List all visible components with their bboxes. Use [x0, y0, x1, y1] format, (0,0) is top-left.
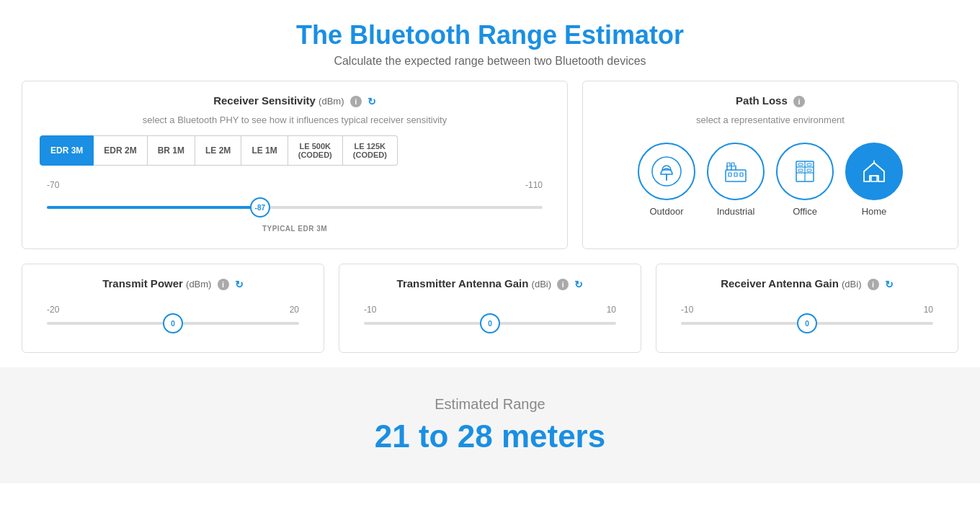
receiver-sensitivity-slider-thumb[interactable]: -87 [250, 197, 270, 217]
transmit-power-slider-thumb[interactable]: 0 [163, 313, 183, 333]
receiver-sensitivity-slider-wrapper[interactable]: -87 [47, 193, 543, 222]
env-industrial[interactable]: Industrial [707, 143, 765, 217]
main-content: Receiver Sensitivity (dBm) i ↻ select a … [0, 81, 980, 353]
receiver-sensitivity-slider-labels: -70 -110 [47, 180, 543, 190]
transmit-power-refresh-icon[interactable]: ↻ [235, 279, 244, 290]
svg-rect-5 [740, 173, 743, 176]
page-header: The Bluetooth Range Estimator Calculate … [0, 0, 980, 81]
env-office-circle[interactable] [776, 143, 834, 200]
phy-btn-br1m[interactable]: BR 1M [148, 135, 195, 166]
transmit-power-panel: Transmit Power (dBm) i ↻ -20 20 0 [22, 264, 324, 353]
tree-icon [651, 156, 682, 187]
page-subtitle: Calculate the expected range between two… [0, 55, 980, 68]
env-home[interactable]: Home [845, 143, 903, 217]
rx-antenna-gain-slider-area: -10 10 0 [674, 297, 940, 336]
receiver-sensitivity-panel: Receiver Sensitivity (dBm) i ↻ select a … [22, 81, 568, 249]
estimated-range-section: Estimated Range 21 to 28 meters [0, 367, 980, 483]
transmit-power-info-icon[interactable]: i [218, 279, 229, 290]
path-loss-panel: Path Loss i select a representative envi… [582, 81, 958, 249]
rx-antenna-gain-panel: Receiver Antenna Gain (dBi) i ↻ -10 10 0 [656, 264, 958, 353]
rx-antenna-gain-info-icon[interactable]: i [868, 279, 879, 290]
estimated-range-value: 21 to 28 meters [0, 418, 980, 454]
home-icon [858, 156, 890, 187]
transmit-power-title: Transmit Power (dBm) i ↻ [40, 277, 306, 290]
svg-rect-6 [727, 163, 730, 166]
phy-btn-le1m[interactable]: LE 1M [241, 135, 288, 166]
transmit-power-slider-track[interactable]: 0 [47, 322, 299, 325]
env-industrial-circle[interactable] [707, 143, 765, 200]
env-home-circle[interactable] [845, 143, 903, 200]
svg-rect-3 [729, 173, 731, 176]
receiver-sensitivity-refresh-icon[interactable]: ↻ [368, 96, 376, 107]
phy-btn-edr3m[interactable]: EDR 3M [40, 135, 94, 166]
factory-icon [720, 156, 752, 187]
svg-rect-15 [807, 169, 811, 171]
phy-btn-le2m[interactable]: LE 2M [195, 135, 241, 166]
svg-rect-12 [798, 163, 803, 166]
phy-btn-edr2m[interactable]: EDR 2M [94, 135, 147, 166]
receiver-sensitivity-slider-container: -70 -110 -87 TYPICAL EDR 3M [40, 180, 550, 233]
svg-rect-13 [807, 163, 811, 166]
svg-rect-4 [734, 173, 737, 176]
svg-rect-16 [871, 176, 877, 181]
rx-antenna-gain-refresh-icon[interactable]: ↻ [885, 279, 894, 290]
top-row: Receiver Sensitivity (dBm) i ↻ select a … [22, 81, 958, 249]
path-loss-subtitle: select a representative environment [600, 115, 940, 125]
env-office[interactable]: Office [776, 143, 834, 217]
tx-antenna-gain-slider-track[interactable]: 0 [364, 322, 616, 325]
tx-antenna-gain-title: Transmitter Antenna Gain (dBi) i ↻ [357, 277, 623, 290]
rx-antenna-gain-title: Receiver Antenna Gain (dBi) i ↻ [674, 277, 940, 290]
env-industrial-label: Industrial [717, 206, 755, 217]
tx-antenna-gain-panel: Transmitter Antenna Gain (dBi) i ↻ -10 1… [339, 264, 641, 353]
rx-antenna-gain-slider-track[interactable]: 0 [681, 322, 933, 325]
tx-antenna-gain-slider-area: -10 10 0 [357, 297, 623, 336]
tx-antenna-gain-slider-thumb[interactable]: 0 [480, 313, 500, 333]
phy-btn-le500k[interactable]: LE 500K(CODED) [288, 135, 343, 166]
svg-rect-14 [798, 169, 803, 171]
tx-antenna-gain-refresh-icon[interactable]: ↻ [574, 279, 583, 290]
environment-grid: Outdoor I [600, 135, 940, 224]
estimated-range-label: Estimated Range [0, 396, 980, 413]
bottom-row: Transmit Power (dBm) i ↻ -20 20 0 [22, 264, 958, 353]
receiver-sensitivity-slider-fill [47, 206, 260, 209]
tx-antenna-gain-info-icon[interactable]: i [557, 279, 569, 290]
env-home-label: Home [862, 206, 887, 217]
env-outdoor-label: Outdoor [650, 206, 684, 217]
receiver-sensitivity-info-icon[interactable]: i [350, 96, 362, 107]
phy-btn-le125k[interactable]: LE 125K(CODED) [343, 135, 398, 166]
svg-point-0 [652, 157, 681, 186]
env-outdoor[interactable]: Outdoor [638, 143, 695, 217]
receiver-sensitivity-title: Receiver Sensitivity (dBm) i ↻ [40, 94, 550, 107]
path-loss-info-icon[interactable]: i [793, 96, 805, 107]
path-loss-title: Path Loss i [600, 94, 940, 107]
office-icon [789, 156, 821, 187]
env-outdoor-circle[interactable] [638, 143, 695, 200]
transmit-power-slider-area: -20 20 0 [40, 297, 306, 336]
receiver-sensitivity-slider-below-label: TYPICAL EDR 3M [47, 225, 543, 233]
rx-antenna-gain-slider-thumb[interactable]: 0 [797, 313, 817, 333]
svg-rect-7 [731, 163, 734, 166]
phy-buttons-group: EDR 3M EDR 2M BR 1M LE 2M LE 1M LE 500K(… [40, 135, 550, 166]
receiver-sensitivity-subtitle: select a Bluetooth PHY to see how it inf… [40, 115, 550, 125]
receiver-sensitivity-slider-track: -87 [47, 206, 543, 209]
page-title: The Bluetooth Range Estimator [0, 20, 980, 50]
env-office-label: Office [793, 206, 817, 217]
